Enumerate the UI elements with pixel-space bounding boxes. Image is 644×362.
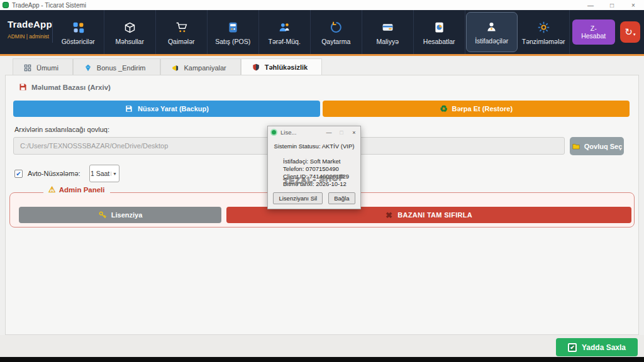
auto-backup-checkbox[interactable]: ✔ bbox=[14, 170, 23, 178]
brand-name: TradeApp bbox=[8, 19, 52, 30]
dialog-titlebar: Lise... — □ × bbox=[268, 126, 360, 138]
section-title: Məlumat Bazası (Arxiv) bbox=[31, 84, 111, 91]
dialog-buttons: Lisenziyanı Sil Bağla bbox=[268, 192, 360, 204]
refresh-button[interactable]: ↻▾ bbox=[620, 21, 640, 43]
backup-button-label: Nüsxə Yarat (Backup) bbox=[138, 105, 209, 112]
restore-button[interactable]: ♻ Bərpa Et (Restore) bbox=[323, 101, 630, 117]
refresh-icon: ↻ bbox=[625, 26, 633, 38]
dialog-body: Sistemin Statusu: AKTİV (VIP) İstifadəçi… bbox=[268, 138, 360, 188]
accent-divider bbox=[0, 54, 644, 56]
nav-item-tenzimlemeler[interactable]: Tənzimləmələr bbox=[518, 10, 570, 54]
folder-path-label: Arxivlərin saxlanılacağı qovluq: bbox=[14, 126, 109, 133]
megaphone-icon bbox=[171, 63, 180, 72]
restore-button-label: Bərpa Et (Restore) bbox=[452, 105, 513, 112]
nav-item-istifadeciler[interactable]: İstifadəçilər bbox=[466, 12, 518, 52]
pos-register-icon bbox=[226, 21, 240, 34]
license-expiry-line: Bitmə tarixi: 2026-10-12 bbox=[268, 180, 360, 188]
tab-kampaniyalar[interactable]: Kampaniyalar bbox=[160, 58, 241, 77]
license-button[interactable]: Lisenziya bbox=[19, 207, 221, 223]
os-titlebar: TradeApp - Ticarət Sistemi — □ × bbox=[0, 0, 644, 10]
license-user-line: İstifadəçi: Soft Market bbox=[268, 158, 360, 165]
delete-license-button[interactable]: Lisenziyanı Sil bbox=[273, 192, 323, 204]
reports-chart-icon bbox=[433, 21, 446, 34]
tab-label: Ümumi bbox=[36, 64, 58, 72]
tab-tehlukesizlik[interactable]: Təhlükəsizlik bbox=[241, 58, 322, 77]
admin-panel-title: Admin Paneli bbox=[59, 186, 105, 194]
nav-item-qaytarma[interactable]: Qaytarma bbox=[311, 10, 362, 54]
auto-backup-interval-select[interactable]: 1 Saat ▼ bbox=[89, 165, 119, 182]
nav-label: Məhsullar bbox=[115, 38, 144, 45]
choose-folder-button[interactable]: Qovluq Seç bbox=[570, 137, 624, 155]
check-icon: ✔ bbox=[568, 343, 577, 352]
interval-value: 1 Saat bbox=[90, 170, 111, 177]
partners-people-icon bbox=[278, 21, 291, 34]
z-report-button[interactable]: Z-Hesabat bbox=[572, 19, 615, 45]
nav-label: Göstəricilər bbox=[62, 38, 95, 45]
settings-tabbar: Ümumi Bonus _Endirim Kampaniyalar Təhlük… bbox=[13, 58, 322, 77]
nav-label: Satış (POS) bbox=[215, 38, 250, 45]
choose-folder-label: Qovluq Seç bbox=[584, 143, 623, 150]
main-navbar: TradeApp ADMIN | administ Göstəricilər M… bbox=[0, 10, 644, 54]
tab-label: Bonus _Endirim bbox=[97, 64, 146, 72]
minimize-icon[interactable]: — bbox=[580, 0, 601, 10]
save-button[interactable]: ✔ Yadda Saxla bbox=[556, 338, 638, 356]
maximize-icon[interactable]: □ bbox=[601, 0, 623, 10]
license-status-line: Sistemin Statusu: AKTİV (VIP) bbox=[268, 143, 360, 150]
dialog-controls: — □ × bbox=[323, 126, 360, 138]
reset-button-label: BAZANI TAM SIFIRLA bbox=[397, 211, 472, 219]
license-phone-line: Telefon: 0707150490 bbox=[268, 165, 360, 173]
tab-label: Kampaniyalar bbox=[184, 64, 226, 72]
nav-label: Tənzimləmələr bbox=[522, 38, 565, 45]
bottom-strip bbox=[0, 357, 644, 362]
nav-label: Qaimələr bbox=[168, 38, 195, 45]
dialog-title: Lise... bbox=[280, 129, 296, 136]
nav-item-mehsullar[interactable]: Məhsullar bbox=[104, 10, 156, 54]
save-disk-icon bbox=[18, 82, 28, 92]
license-dialog: Lise... — □ × Sistemin Statusu: AKTİV (V… bbox=[267, 126, 361, 209]
tab-umumi[interactable]: Ümumi bbox=[13, 58, 73, 77]
dialog-close-button[interactable]: Bağla bbox=[328, 192, 355, 204]
app-icon bbox=[3, 2, 9, 8]
nav-label: İstifadəçilər bbox=[475, 37, 508, 45]
window-title: TradeApp - Ticarət Sistemi bbox=[12, 2, 86, 9]
license-button-label: Lisenziya bbox=[111, 211, 143, 219]
nav-item-qaimeler[interactable]: Qaimələr bbox=[156, 10, 208, 54]
nav-item-hesabatlar[interactable]: Hesabatlar bbox=[414, 10, 465, 54]
dashboard-icon bbox=[72, 21, 85, 34]
products-box-icon bbox=[123, 21, 136, 34]
dialog-maximize-icon[interactable]: □ bbox=[335, 126, 348, 138]
grid-icon bbox=[23, 63, 32, 72]
dialog-minimize-icon[interactable]: — bbox=[323, 126, 335, 138]
shield-icon bbox=[252, 63, 260, 72]
nav-item-gostericiler[interactable]: Göstəricilər bbox=[53, 10, 104, 54]
settings-sun-icon bbox=[537, 21, 550, 34]
chevron-down-icon: ▾ bbox=[633, 32, 636, 37]
warning-icon: ⚠ bbox=[48, 185, 56, 194]
nav-label: Hesabatlar bbox=[423, 38, 455, 45]
dialog-app-icon bbox=[270, 129, 277, 136]
user-role-label: ADMIN | administ bbox=[8, 33, 52, 40]
users-person-icon bbox=[485, 20, 498, 33]
nav-items: Göstəricilər Məhsullar Qaimələr Satış (P… bbox=[53, 10, 570, 54]
backup-section-header: Məlumat Bazası (Arxiv) bbox=[18, 82, 111, 92]
nav-item-teref-muq[interactable]: Tərəf-Müq. bbox=[259, 10, 311, 54]
nav-item-satis-pos[interactable]: Satış (POS) bbox=[208, 10, 259, 54]
close-icon[interactable]: × bbox=[623, 0, 644, 10]
nav-label: Qaytarma bbox=[321, 38, 350, 45]
admin-panel-legend: ⚠ Admin Paneli bbox=[43, 185, 110, 194]
auto-backup-row: ✔ Avto-Nüsxələmə: 1 Saat ▼ bbox=[14, 165, 119, 182]
save-disk-icon bbox=[125, 104, 133, 113]
return-arrow-icon bbox=[330, 21, 343, 34]
folder-icon bbox=[572, 142, 580, 151]
tab-bonus-endirim[interactable]: Bonus _Endirim bbox=[73, 58, 160, 77]
diamond-icon bbox=[84, 63, 92, 72]
footer-bar bbox=[0, 335, 644, 357]
dialog-close-icon[interactable]: × bbox=[348, 126, 360, 138]
save-button-label: Yadda Saxla bbox=[582, 343, 626, 352]
nav-item-maliyye[interactable]: Maliyyə bbox=[362, 10, 414, 54]
backup-button[interactable]: Nüsxə Yarat (Backup) bbox=[13, 101, 320, 117]
nav-right-actions: Z-Hesabat ↻▾ bbox=[570, 10, 644, 54]
license-client-id-line: Client ID: 741460261829 bbox=[268, 173, 360, 180]
chevron-down-icon: ▼ bbox=[111, 172, 119, 176]
cart-icon bbox=[175, 21, 188, 34]
